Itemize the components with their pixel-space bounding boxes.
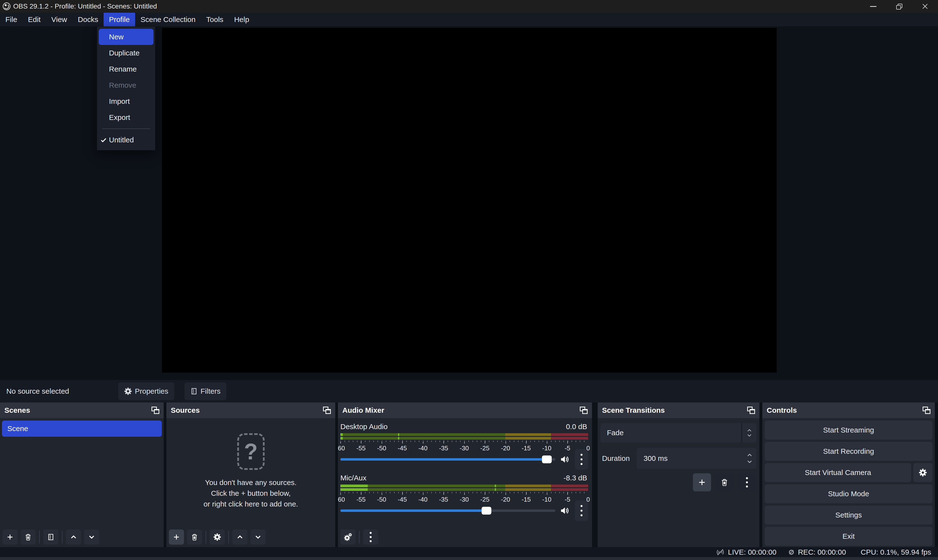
profile-menu-duplicate[interactable]: Duplicate <box>99 45 154 61</box>
source-status-text: No source selected <box>6 387 69 395</box>
advanced-audio-button[interactable] <box>340 529 356 545</box>
tick-label: -55 <box>356 445 366 452</box>
tick-label: -5 <box>565 496 570 503</box>
source-properties-button[interactable] <box>209 529 225 545</box>
close-icon[interactable] <box>912 0 938 13</box>
scene-list-item[interactable]: Scene <box>2 420 162 437</box>
transition-options-button[interactable] <box>738 473 756 491</box>
settings-button[interactable]: Settings <box>765 506 932 525</box>
controls-panel: Controls Start Streaming Start Recording… <box>762 403 935 547</box>
studio-mode-button[interactable]: Studio Mode <box>765 484 932 503</box>
menu-profile[interactable]: Profile <box>103 13 135 26</box>
menu-separator <box>102 128 150 129</box>
dock-panels: Scenes Scene <box>0 403 938 547</box>
virtual-camera-settings-button[interactable] <box>913 463 932 482</box>
scenes-toolbar <box>2 529 99 545</box>
remove-transition-button[interactable] <box>715 473 733 491</box>
obs-logo-icon <box>2 2 11 11</box>
popout-icon[interactable] <box>151 407 159 414</box>
profile-menu-export[interactable]: Export <box>99 109 154 126</box>
menu-file[interactable]: File <box>0 13 23 26</box>
channel-name: Mic/Aux <box>340 474 367 482</box>
rec-time: REC: 00:00:00 <box>798 548 846 556</box>
tick-label: -35 <box>439 445 448 452</box>
scene-filters-button[interactable] <box>43 529 59 545</box>
tick-label: -60 <box>338 496 345 503</box>
move-scene-up-button[interactable] <box>66 529 81 545</box>
volume-slider-handle[interactable] <box>482 507 491 515</box>
menu-scene-collection[interactable]: Scene Collection <box>135 13 201 26</box>
live-status: LIVE: 00:00:00 <box>716 548 776 557</box>
checkmark-icon <box>100 136 108 144</box>
spinner-arrows-icon[interactable] <box>747 448 752 469</box>
move-source-up-button[interactable] <box>233 529 248 545</box>
broadcast-off-icon <box>716 548 725 557</box>
trash-icon <box>25 533 32 541</box>
start-recording-button[interactable]: Start Recording <box>765 442 932 461</box>
properties-button[interactable]: Properties <box>118 382 174 400</box>
tick-label: -5 <box>565 445 570 452</box>
profile-menu-current-profile[interactable]: Untitled <box>99 132 154 148</box>
volume-slider-handle[interactable] <box>542 455 552 463</box>
menu-tools[interactable]: Tools <box>201 13 229 26</box>
tick-label: -10 <box>542 496 551 503</box>
kebab-icon <box>370 532 372 542</box>
add-transition-button[interactable] <box>693 473 711 491</box>
profile-menu: New Duplicate Rename Remove Import Expor… <box>97 26 156 151</box>
plus-icon <box>698 478 706 486</box>
exit-button[interactable]: Exit <box>765 527 932 546</box>
restore-icon[interactable] <box>886 0 912 13</box>
chevron-down-icon <box>254 533 262 541</box>
menu-docks[interactable]: Docks <box>72 13 103 26</box>
tick-label: 0 <box>587 445 590 452</box>
sources-toolbar <box>169 529 266 545</box>
menu-edit[interactable]: Edit <box>23 13 46 26</box>
plus-icon <box>173 533 180 541</box>
minimize-icon[interactable] <box>860 0 886 13</box>
move-scene-down-button[interactable] <box>84 529 99 545</box>
remove-scene-button[interactable] <box>20 529 36 545</box>
menu-help[interactable]: Help <box>229 13 254 26</box>
popout-icon[interactable] <box>922 407 930 414</box>
tick-label: -20 <box>501 496 510 503</box>
toolbar-separator <box>359 531 360 543</box>
rec-status: REC: 00:00:00 <box>788 548 846 556</box>
tick-label: -15 <box>522 445 531 452</box>
transition-select[interactable]: Fade <box>601 423 756 443</box>
preview-canvas[interactable] <box>162 28 777 373</box>
volume-meter: -60-55-50-45-40-35-30-25-20-15-10-50 <box>340 433 588 452</box>
scenes-panel: Scenes Scene <box>0 403 164 547</box>
properties-label: Properties <box>135 387 168 395</box>
add-scene-button[interactable] <box>2 529 18 545</box>
tick-label: -60 <box>338 445 345 452</box>
profile-menu-remove: Remove <box>99 77 154 93</box>
source-toolbar: No source selected Properties Filters <box>0 380 938 403</box>
menu-view[interactable]: View <box>46 13 72 26</box>
start-streaming-button[interactable]: Start Streaming <box>765 420 932 440</box>
channel-name: Desktop Audio <box>340 423 388 431</box>
remove-source-button[interactable] <box>187 529 202 545</box>
title-bar: OBS 29.1.2 - Profile: Untitled - Scenes:… <box>0 0 938 13</box>
tick-label: -40 <box>418 496 428 503</box>
scene-transitions-panel-title: Scene Transitions <box>602 406 665 414</box>
popout-icon[interactable] <box>747 407 755 414</box>
speaker-icon[interactable] <box>560 506 570 516</box>
duration-spinbox[interactable]: 300 ms <box>637 448 756 469</box>
popout-icon[interactable] <box>579 407 588 414</box>
sources-empty-state[interactable]: ? You don't have any sources. Click the … <box>166 418 335 525</box>
profile-menu-rename[interactable]: Rename <box>99 61 154 77</box>
profile-menu-new[interactable]: New <box>99 29 154 45</box>
move-source-down-button[interactable] <box>250 529 266 545</box>
popout-icon[interactable] <box>322 407 331 414</box>
start-virtual-camera-button[interactable]: Start Virtual Camera <box>765 463 911 482</box>
mixer-channel-mic-aux: Mic/Aux -8.3 dB -60-55-50-45-40-35-30-25… <box>338 469 592 517</box>
mixer-options-button[interactable] <box>363 529 378 545</box>
volume-slider[interactable] <box>340 458 555 461</box>
volume-slider[interactable] <box>340 509 555 512</box>
tick-label: -30 <box>460 496 469 503</box>
double-gear-icon <box>344 533 352 541</box>
filters-button[interactable]: Filters <box>185 382 226 400</box>
speaker-icon[interactable] <box>560 454 570 465</box>
profile-menu-import[interactable]: Import <box>99 93 154 109</box>
add-source-button[interactable] <box>169 529 184 545</box>
